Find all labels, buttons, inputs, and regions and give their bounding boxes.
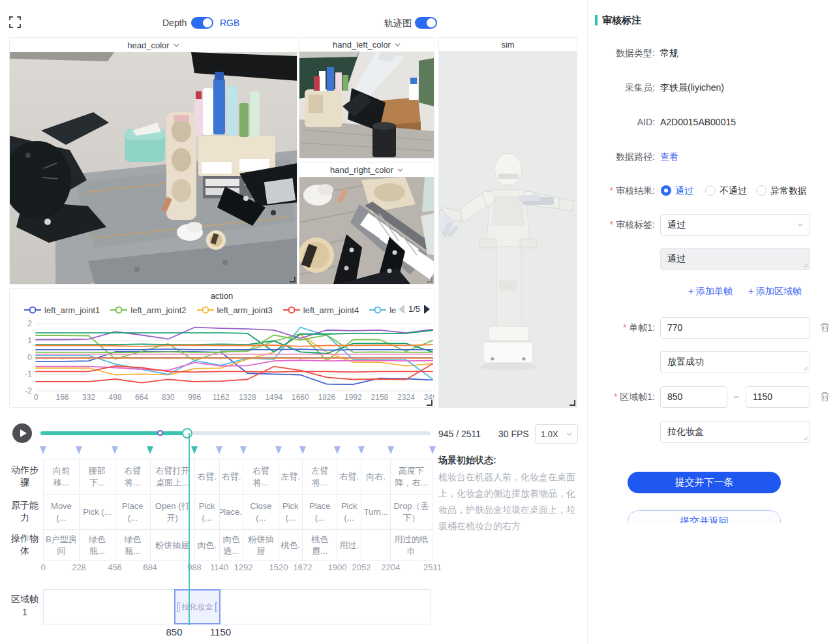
radio-pass-label[interactable]: 通过 [675,185,693,197]
data-type-label: 数据类型: [588,48,655,59]
single-frame-desc-textarea[interactable]: 放置成功 [660,351,810,373]
svg-text:-2: -2 [25,386,32,395]
data-path-view-link[interactable]: 查看 [660,151,678,163]
range-dash: – [734,391,739,401]
segment-marker-icon[interactable] [275,446,282,454]
segment-marker-icon[interactable] [40,446,46,454]
resize-grip-icon[interactable] [803,436,808,441]
svg-text:2: 2 [27,319,32,328]
delete-single-frame-icon[interactable] [820,322,830,333]
region-segment-label: 拉化妆盒 [182,602,213,613]
legend-item-left_arm_joint3[interactable]: left_arm_joint3 [197,305,273,315]
svg-text:830: 830 [162,393,175,402]
camera-select-head[interactable]: head_color [10,38,297,52]
single-frame-label: 单帧1: [588,322,655,334]
submit-return-button[interactable]: 提交并返回 [628,510,781,523]
region-frame-track[interactable] [43,589,431,624]
delete-region-frame-icon[interactable] [820,391,830,402]
speed-value: 1.0X [541,429,558,439]
resize-corner-icon[interactable] [426,276,433,283]
table-cell: 向前移... [44,459,80,495]
table-cell: 粉饼抽屉 [243,530,279,561]
segment-marker-icon[interactable] [147,446,153,454]
table-cell: 左臂将... [303,459,337,495]
svg-text:1162: 1162 [213,393,230,402]
resize-grip-icon[interactable] [803,263,808,268]
svg-text:996: 996 [188,393,201,402]
resize-corner-icon[interactable] [426,399,433,406]
segment-marker-icon[interactable] [76,446,82,454]
radio-abnormal-label[interactable]: 异常数据 [770,185,807,197]
resize-corner-icon[interactable] [569,399,575,406]
review-panel: 审核标注 数据类型: 常规 采集员: 李轶晨(liyichen) AID: A2… [588,0,832,523]
fullscreen-icon[interactable] [9,16,21,28]
segment-marker-icon[interactable] [358,446,365,454]
region-end-input[interactable]: 1150 [746,386,810,408]
legend-item-left_arm_joint4[interactable]: left_arm_joint4 [283,305,359,315]
segment-marker-icon[interactable] [112,446,118,454]
table-cell: 腰部下... [80,459,115,495]
region-drag-handle-left[interactable] [177,602,179,612]
table-row-label: 动作步骤 [9,464,40,489]
region-frame-segment[interactable]: 拉化妆盒 [174,589,220,624]
chevron-down-icon [397,167,403,173]
sim-panel: sim [438,37,577,408]
legend-prev-icon[interactable] [399,305,404,314]
radio-abnormal[interactable] [756,185,767,196]
table-cell: Place (... [303,495,337,530]
segment-marker-icon[interactable] [240,446,247,454]
single-frame-marker-dot [157,430,163,436]
table-cell: Drop（丢下） [391,495,433,530]
review-tag-select[interactable]: 通过 [660,214,810,236]
legend-next-icon[interactable] [424,305,430,314]
data-type-value: 常规 [660,48,678,59]
play-button[interactable] [12,423,32,443]
resize-grip-icon[interactable] [803,366,808,371]
resize-corner-icon[interactable] [289,276,296,283]
table-cell: 肉色透... [220,530,244,561]
svg-text:498: 498 [109,393,122,402]
table-cell: Pick (... [279,495,303,530]
region-drag-handle-right[interactable] [215,602,217,612]
radio-fail-label[interactable]: 不通过 [720,185,747,197]
radio-fail[interactable] [705,185,716,196]
legend-item-le[interactable]: le [369,305,396,315]
camera-select-hand-right[interactable]: hand_right_color [299,163,434,177]
segment-marker-icon[interactable] [387,446,394,454]
region-start-input[interactable]: 850 [660,386,727,408]
region-frame-desc-textarea[interactable]: 拉化妆盒 [660,421,810,443]
timeline-slider-handle[interactable] [182,428,192,438]
review-tag-textarea[interactable]: 通过 [660,248,810,270]
svg-text:332: 332 [82,393,95,402]
table-cell: 向右. [361,459,391,495]
legend-item-left_arm_joint2[interactable]: left_arm_joint2 [110,305,186,315]
scene-state-box: 场景初始状态: 梳妆台在机器人前，化妆盒在桌面上，化妆盒的侧边摆放着物品，化妆品… [438,455,582,534]
aid-value: A2D0015AB00015 [660,117,736,127]
segment-marker-icon[interactable] [216,446,222,454]
segment-marker-icon[interactable] [191,446,198,454]
submit-next-button[interactable]: 提交并下一条 [628,472,781,493]
axis-tick-label: 684 [143,562,157,572]
depth-rgb-toggle[interactable] [191,17,213,29]
segment-marker-icon[interactable] [429,446,436,454]
sim-view [439,51,577,407]
single-frame-input[interactable]: 770 [660,317,810,339]
legend-item-left_arm_joint1[interactable]: left_arm_joint1 [24,305,100,315]
table-cell: Turn... [361,495,391,530]
add-single-frame-link[interactable]: + 添加单帧 [688,286,733,298]
playback-speed-select[interactable]: 1.0X [535,424,578,444]
trajectory-toggle[interactable] [415,17,437,29]
radio-pass[interactable] [661,185,671,196]
table-row-label: 原子能力 [9,499,40,524]
camera-select-hand-left[interactable]: hand_left_color [299,38,434,52]
segment-marker-icon[interactable] [334,446,341,454]
legend-pager: 1/5 [399,304,430,314]
add-region-frame-link[interactable]: + 添加区域帧 [748,286,802,298]
review-result-label: 审核结果: [588,185,655,197]
svg-text:1826: 1826 [318,393,336,402]
segment-marker-icon[interactable] [299,446,306,454]
svg-text:1328: 1328 [239,393,256,402]
collector-label: 采集员: [588,82,655,94]
region-frame-desc-value: 拉化妆盒 [667,426,704,437]
table-row-label: 操作物体 [9,532,40,557]
